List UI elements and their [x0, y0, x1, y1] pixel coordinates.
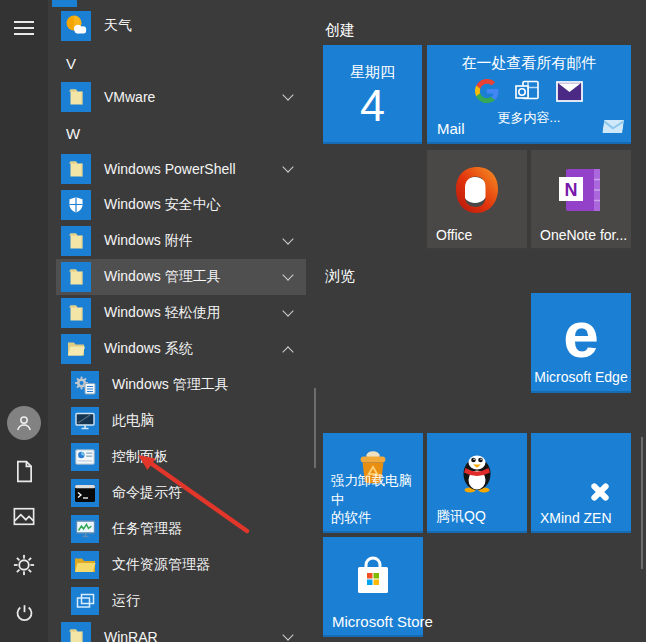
app-item-this-pc[interactable]: 此电脑	[56, 403, 306, 439]
command-prompt-icon	[71, 479, 99, 507]
onenote-logo-letter: N	[565, 180, 578, 200]
mail-account-icons	[427, 80, 631, 106]
hamburger-icon	[14, 21, 34, 35]
onenote-label: OneNote for...	[540, 227, 627, 243]
tile-area-scrollbar[interactable]	[641, 437, 643, 569]
admin-tools-icon	[71, 371, 99, 399]
tile-onenote[interactable]: N OneNote for...	[531, 150, 631, 250]
mail-app-label: Mail	[437, 120, 465, 137]
app-list-item-clipped[interactable]	[52, 0, 77, 7]
chevron-down-icon[interactable]	[282, 89, 293, 100]
tile-qq[interactable]: 腾讯QQ	[427, 433, 527, 533]
store-bag-icon	[350, 556, 396, 602]
app-item-admin-tools[interactable]: Windows 管理工具	[56, 367, 306, 403]
calendar-day: 4	[323, 82, 422, 129]
pictures-button[interactable]	[0, 508, 48, 528]
folder-icon	[61, 298, 91, 328]
task-manager-icon	[71, 515, 99, 543]
document-icon	[15, 460, 34, 487]
envelope-icon	[602, 119, 625, 137]
onenote-logo: N	[558, 168, 604, 216]
folder-icon	[61, 262, 91, 292]
settings-button[interactable]	[0, 556, 48, 578]
tile-office[interactable]: Office	[427, 150, 527, 250]
store-label: Microsoft Store	[332, 613, 433, 630]
documents-button[interactable]	[0, 461, 48, 485]
chevron-up-icon[interactable]	[282, 346, 293, 357]
tile-store[interactable]: Microsoft Store	[323, 537, 423, 637]
google-icon	[475, 79, 499, 107]
power-icon	[14, 603, 35, 628]
app-group-vmware[interactable]: VMware	[56, 79, 306, 115]
app-group-windows-ease-of-access[interactable]: Windows 轻松使用	[56, 295, 306, 331]
edge-logo: e	[531, 293, 631, 377]
gear-icon	[13, 554, 35, 580]
run-icon	[71, 587, 99, 615]
control-panel-icon	[71, 443, 99, 471]
tile-xmind[interactable]: XMind ZEN	[531, 433, 631, 533]
chevron-down-icon[interactable]	[282, 269, 293, 280]
app-group-windows-powershell[interactable]: Windows PowerShell	[56, 151, 306, 187]
app-item-task-manager[interactable]: 任务管理器	[56, 511, 306, 547]
section-header-v[interactable]: V	[66, 45, 286, 81]
app-item-weather[interactable]: 天气	[56, 8, 306, 44]
xmind-label: XMind ZEN	[540, 510, 612, 526]
app-group-windows-admin-tools[interactable]: Windows 管理工具	[56, 259, 306, 295]
weather-icon	[61, 11, 91, 41]
tile-edge[interactable]: e Microsoft Edge	[531, 293, 631, 393]
app-group-windows-system[interactable]: Windows 系统	[56, 331, 306, 367]
edge-label: Microsoft Edge	[531, 369, 631, 385]
app-list-scrollbar[interactable]	[314, 388, 316, 468]
app-item-control-panel[interactable]: 控制面板	[56, 439, 306, 475]
chevron-down-icon[interactable]	[282, 305, 293, 316]
app-item-file-explorer[interactable]: 文件资源管理器	[56, 547, 306, 583]
purple-envelope-icon	[556, 81, 583, 106]
folder-icon	[61, 154, 91, 184]
tile-mail[interactable]: 在一处查看所有邮件 更多内容... Mail	[427, 45, 631, 144]
folder-icon	[61, 622, 91, 642]
app-item-windows-security[interactable]: Windows 安全中心	[56, 187, 306, 223]
app-item-run[interactable]: 运行	[56, 583, 306, 619]
qq-label: 腾讯QQ	[436, 508, 486, 526]
folder-open-icon	[61, 334, 91, 364]
chevron-down-icon[interactable]	[282, 161, 293, 172]
user-account-button[interactable]	[0, 406, 48, 440]
nav-rail	[0, 0, 48, 642]
tile-group-label-create[interactable]: 创建	[325, 21, 355, 40]
mail-headline: 在一处查看所有邮件	[427, 54, 631, 73]
qq-penguin-icon	[457, 449, 497, 497]
power-button[interactable]	[0, 604, 48, 626]
tile-calendar[interactable]: 星期四 4	[323, 45, 422, 144]
start-menu: 天气 V VMware W Windows PowerShell Windows…	[0, 0, 646, 642]
tile-group-label-browse[interactable]: 浏览	[325, 267, 355, 286]
folder-icon	[61, 226, 91, 256]
file-explorer-icon	[71, 551, 99, 579]
pictures-icon	[13, 507, 35, 530]
office-logo	[452, 165, 502, 219]
app-item-command-prompt[interactable]: 命令提示符	[56, 475, 306, 511]
user-icon	[7, 406, 41, 440]
app-group-windows-accessories[interactable]: Windows 附件	[56, 223, 306, 259]
office-label: Office	[436, 227, 472, 243]
chevron-down-icon[interactable]	[282, 233, 293, 244]
section-header-w[interactable]: W	[66, 115, 286, 151]
this-pc-icon	[71, 407, 99, 435]
chevron-down-icon[interactable]	[282, 629, 293, 640]
uninstaller-label: 强力卸载电脑中 的软件	[331, 472, 423, 527]
folder-icon	[61, 82, 91, 112]
app-group-winrar[interactable]: WinRAR	[56, 619, 306, 642]
tile-uninstaller[interactable]: 强力卸载电脑中 的软件	[323, 433, 423, 533]
hamburger-button[interactable]	[0, 14, 48, 42]
shield-icon	[61, 190, 91, 220]
outlook-icon	[514, 79, 541, 107]
